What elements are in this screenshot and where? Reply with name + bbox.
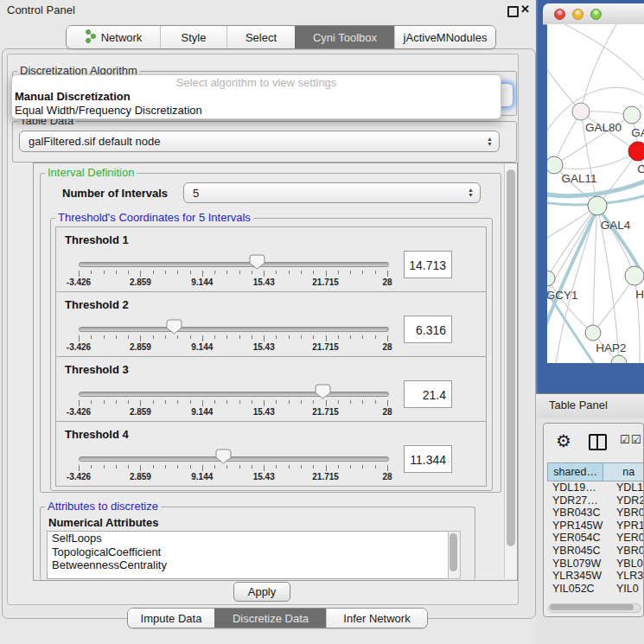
table-row[interactable]: YIL052CYIL0 — [547, 583, 644, 596]
threshold-4-value-field[interactable]: 11.344 — [404, 445, 452, 473]
threshold-2-slider-track[interactable] — [79, 327, 389, 332]
tick-mark — [276, 271, 277, 274]
network-canvas[interactable]: GAL80GACGAL11GAL4GCY1HHAP2 — [547, 24, 644, 363]
minimize-button[interactable] — [572, 9, 583, 20]
tab-cyni-toolbox[interactable]: Cyni Toolbox — [295, 26, 394, 48]
network-node[interactable] — [625, 266, 644, 285]
attribute-item[interactable]: TopologicalCoefficient — [48, 545, 449, 559]
table-row[interactable]: YLR345WYLR3 — [547, 570, 644, 583]
number-of-intervals-combobox[interactable]: 5 ▲▼ — [183, 182, 481, 203]
attributes-list-scrollbar[interactable] — [448, 531, 461, 579]
tick-mark — [202, 271, 203, 277]
attribute-item[interactable]: SelfLoops — [48, 532, 449, 545]
column-header-name[interactable]: na — [603, 462, 644, 481]
tab-infer-network[interactable]: Infer Network — [326, 609, 427, 628]
screen: Control Panel ✕ Network Style Select — [0, 0, 644, 644]
threshold-1-value-field[interactable]: 14.713 — [404, 251, 452, 278]
network-node[interactable] — [547, 156, 563, 174]
table-cell[interactable]: YDL19… — [547, 481, 613, 494]
close-button[interactable] — [554, 9, 565, 20]
threshold-2-value-field[interactable]: 6.316 — [404, 316, 452, 343]
dropdown-option-manual[interactable]: Manual Discretization — [12, 90, 501, 104]
table-row[interactable]: YBR043CYBR0 — [547, 507, 644, 520]
threshold-3-slider-thumb[interactable] — [315, 384, 331, 399]
scale-tick-label: 15.43 — [238, 472, 290, 481]
tick-mark — [326, 271, 327, 277]
tick-mark — [301, 400, 302, 404]
table-cell[interactable]: YDR2 — [613, 494, 644, 507]
tab-discretize-data[interactable]: Discretize Data — [214, 609, 326, 628]
tab-style[interactable]: Style — [160, 26, 226, 48]
table-cell[interactable]: YIL052C — [547, 583, 613, 596]
table-cell[interactable]: YER054C — [547, 532, 613, 545]
network-node[interactable] — [588, 196, 607, 215]
table-row[interactable]: YDR27…YDR2 — [547, 494, 644, 507]
tick-mark — [289, 335, 290, 339]
network-node[interactable] — [547, 271, 555, 286]
threshold-3-slider-track[interactable] — [79, 392, 389, 397]
table-horizontal-scrollbar[interactable] — [548, 603, 641, 613]
split-view-icon[interactable] — [589, 434, 607, 450]
gear-icon[interactable]: ⚙ — [556, 430, 571, 451]
table-cell[interactable]: YBR0 — [613, 507, 644, 520]
table-cell[interactable]: YBR0 — [613, 545, 644, 558]
tick-mark — [128, 400, 129, 404]
tick-mark — [362, 400, 363, 404]
table-cell[interactable]: YIL0 — [613, 583, 639, 596]
table-cell[interactable]: YLR345W — [547, 570, 613, 583]
table-row[interactable]: YPR145WYPR1 — [547, 520, 644, 532]
column-header-shared-name[interactable]: shared… — [547, 462, 603, 481]
dropdown-option-equal-width[interactable]: Equal Width/Frequency Discretization — [12, 104, 501, 118]
checkbox-icon[interactable]: ☑ — [631, 433, 641, 446]
threshold-4-slider-track[interactable] — [79, 456, 389, 462]
tab-select[interactable]: Select — [226, 26, 295, 48]
network-node[interactable] — [628, 142, 644, 161]
apply-button[interactable]: Apply — [233, 582, 290, 602]
threshold-4-slider-thumb[interactable] — [215, 449, 232, 464]
tick-mark — [91, 400, 92, 404]
tick-mark — [116, 335, 117, 339]
table-cell[interactable]: YPR145W — [547, 520, 613, 532]
threshold-3-value-field[interactable]: 21.4 — [404, 380, 452, 408]
attribute-item[interactable]: BetweennessCentrality — [48, 558, 449, 572]
threshold-1-slider-track[interactable] — [79, 262, 389, 267]
table-cell[interactable]: YDR27… — [547, 494, 613, 507]
checkbox-icon[interactable]: ☑ — [620, 433, 630, 446]
tick-mark — [264, 335, 265, 341]
close-icon[interactable]: ✕ — [520, 3, 530, 16]
numerical-attributes-list[interactable]: SelfLoopsTopologicalCoefficientBetweenne… — [47, 531, 450, 579]
table-row[interactable]: YER054CYER0 — [547, 532, 644, 545]
table-row[interactable]: YBL079WYBL0 — [547, 558, 644, 571]
tick-mark — [338, 465, 339, 469]
table-cell[interactable]: YBR043C — [547, 507, 613, 520]
table-cell[interactable]: YBR045C — [547, 545, 613, 558]
threshold-2-slider-thumb[interactable] — [166, 319, 182, 335]
table-cell[interactable]: YDL1 — [613, 481, 643, 494]
table-cell[interactable]: YER0 — [613, 532, 644, 545]
scale-tick-label: 2.859 — [114, 342, 166, 352]
network-node[interactable] — [585, 325, 601, 341]
scrollbar-thumb[interactable] — [507, 169, 515, 546]
tab-jactivemnodules[interactable]: jActiveMNodules — [394, 26, 495, 48]
table-cell[interactable]: YBL079W — [547, 558, 613, 571]
zoom-button[interactable] — [590, 9, 602, 20]
threshold-1-slider-thumb[interactable] — [249, 254, 265, 270]
scale-tick-label: 9.144 — [176, 342, 228, 352]
tab-impute-data[interactable]: Impute Data — [128, 609, 214, 628]
scale-tick-label: 9.144 — [176, 277, 228, 287]
network-node[interactable] — [572, 103, 590, 120]
table-row[interactable]: YDL19…YDL1 — [547, 481, 644, 494]
scrollbar-thumb[interactable] — [550, 604, 634, 610]
threshold-4-panel: Threshold 4 -3.4262.8599.14415.4321.7152… — [55, 421, 487, 487]
scale-tick-label: 21.715 — [300, 472, 352, 481]
scrollbar-thumb[interactable] — [450, 533, 457, 571]
main-vertical-scrollbar[interactable] — [504, 163, 517, 578]
table-data-combobox[interactable]: galFiltered.sif default node ▲▼ — [19, 131, 500, 152]
float-window-icon[interactable] — [507, 6, 519, 17]
table-cell[interactable]: YLR3 — [613, 570, 643, 583]
table-cell[interactable]: YPR1 — [613, 520, 644, 532]
network-node[interactable] — [623, 106, 641, 124]
table-row[interactable]: YBR045CYBR0 — [547, 545, 644, 558]
tab-network[interactable]: Network — [67, 26, 160, 48]
table-cell[interactable]: YBL0 — [613, 558, 643, 571]
